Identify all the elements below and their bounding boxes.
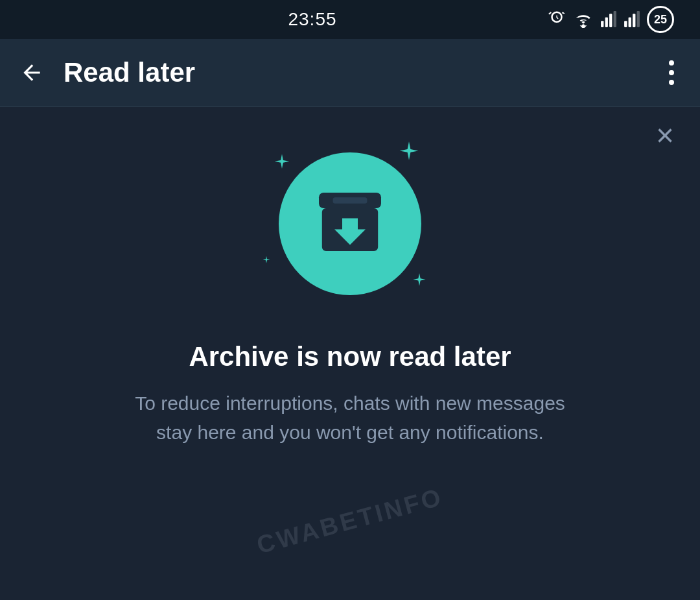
wifi-icon — [573, 11, 594, 28]
alarm-icon — [547, 10, 566, 29]
subtext: To reduce interruptions, chats with new … — [123, 389, 577, 447]
svg-rect-4 — [614, 11, 616, 27]
svg-rect-12 — [333, 197, 368, 204]
signal-icon-1 — [600, 11, 617, 28]
archive-download-icon — [311, 188, 389, 259]
archive-circle — [279, 152, 421, 295]
more-options-button[interactable] — [662, 54, 681, 91]
icon-area — [266, 139, 434, 308]
headline: Archive is now read later — [189, 341, 511, 373]
dot-2 — [669, 70, 674, 75]
close-button[interactable]: × — [656, 120, 674, 151]
sparkle-icon-tl — [272, 152, 292, 172]
svg-rect-2 — [605, 18, 608, 27]
app-bar: Read later — [0, 39, 700, 107]
watermark: CWABETINFO — [254, 483, 446, 560]
svg-rect-7 — [633, 14, 635, 27]
signal-icon-2 — [624, 11, 640, 28]
main-content: × — [0, 107, 700, 600]
sparkle-icon-br — [411, 272, 428, 289]
status-bar: 23:55 25 — [0, 0, 700, 39]
status-icons: 25 — [547, 6, 674, 33]
svg-point-0 — [582, 24, 585, 27]
sparkle-icon-tr — [397, 139, 421, 164]
dot-1 — [669, 60, 674, 66]
sparkle-icon-bl — [259, 255, 274, 269]
svg-rect-1 — [601, 21, 603, 27]
status-time: 23:55 — [78, 9, 547, 30]
svg-rect-6 — [629, 18, 631, 27]
svg-rect-5 — [624, 21, 627, 27]
svg-rect-8 — [637, 11, 640, 27]
page-title: Read later — [64, 57, 662, 88]
svg-rect-3 — [609, 14, 612, 27]
dot-3 — [669, 80, 674, 85]
back-button[interactable] — [19, 60, 44, 85]
battery-badge: 25 — [647, 6, 674, 33]
